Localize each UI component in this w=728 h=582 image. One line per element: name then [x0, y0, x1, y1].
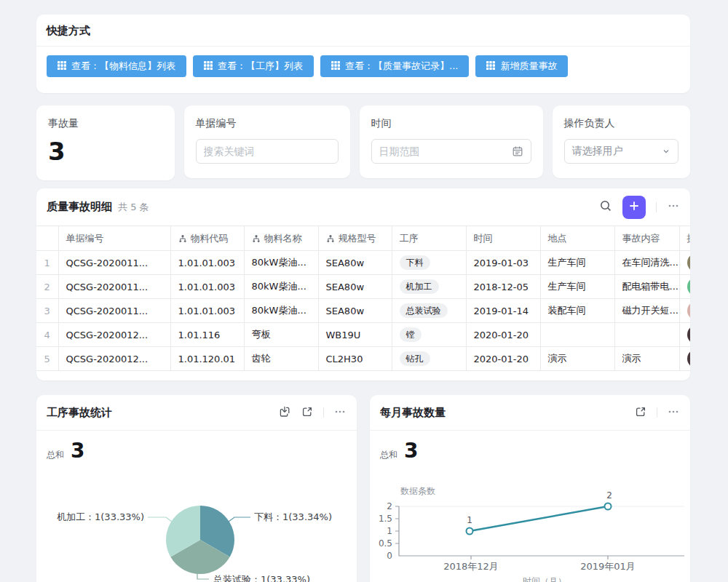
doc-no-search-input[interactable]: [204, 146, 331, 157]
operator-select-placeholder: 请选择用户: [572, 145, 657, 158]
grid-icon: [331, 61, 340, 72]
table-row[interactable]: 5 QCSG-2020012... 1.01.120.01 齿轮 CL2H30 …: [36, 347, 690, 371]
y-tick: 1.5: [379, 514, 392, 524]
line-total-label: 总和: [380, 449, 397, 461]
table-more-button[interactable]: [667, 199, 680, 215]
pie-label-zongzhuang: 总装试验：1(33.33%): [213, 574, 310, 582]
col-place: 地点: [540, 226, 614, 251]
pie-chart: 机加工：1(33.33%) 下料：1(33.34%) 总装试验：1(33.33%…: [36, 491, 357, 582]
pie-card-title: 工序事故统计: [47, 406, 112, 420]
process-tag: 下料: [400, 255, 430, 270]
avatar: [687, 277, 691, 296]
col-time: 时间: [466, 226, 540, 251]
more-icon: [333, 405, 347, 420]
point-value: 1: [467, 515, 472, 525]
quality-incident-table-card: 质量事故明细 共 5 条 单据编号 物料代码 物料名称 规格型号 工序 时间 地…: [36, 188, 690, 380]
expand-button[interactable]: [301, 405, 314, 420]
col-material-code: 物料代码: [170, 226, 244, 251]
incident-count-value: 3: [48, 137, 163, 166]
operator-select[interactable]: 请选择用户: [564, 139, 679, 164]
table-title: 质量事故明细: [47, 200, 112, 214]
avatar: [687, 325, 691, 344]
data-point[interactable]: [467, 528, 473, 535]
grid-icon: [58, 61, 66, 72]
process-tag: 机加工: [400, 279, 439, 294]
expand-icon: [634, 405, 647, 420]
search-icon: [599, 199, 612, 215]
col-doc-no: 单据编号: [58, 226, 170, 251]
data-line: [470, 506, 608, 531]
add-quality-incident-button[interactable]: 新增质量事故: [475, 55, 568, 77]
table-row[interactable]: 3 QCSG-2020011... 1.01.01.003 80kW柴油... …: [36, 299, 690, 323]
calendar-icon[interactable]: [512, 146, 523, 157]
date-range-input[interactable]: [379, 146, 506, 157]
shortcuts-title: 快捷方式: [47, 24, 90, 38]
export-button[interactable]: [278, 405, 291, 420]
button-label: 查看：【物料信息】列表: [71, 60, 175, 73]
data-point[interactable]: [605, 503, 612, 510]
filter-row: 事故量 3 单据编号 时间 操作负责人 请选择用户: [36, 105, 690, 180]
row-number-header: [36, 226, 58, 251]
expand-button[interactable]: [634, 405, 647, 420]
doc-no-filter-card: 单据编号: [184, 105, 350, 178]
expand-icon: [301, 405, 314, 420]
incident-count-card: 事故量 3: [36, 105, 175, 180]
relation-icon: [326, 234, 335, 243]
process-tag: 总装试验: [400, 303, 448, 318]
table-record-count: 共 5 条: [118, 201, 149, 214]
relation-icon: [178, 234, 187, 243]
x-tick: 2018年12月: [443, 561, 499, 572]
date-range-field: [371, 139, 531, 164]
table-row[interactable]: 1 QCSG-2020011... 1.01.01.003 80kW柴油... …: [36, 251, 690, 275]
chevron-down-icon: [662, 147, 670, 156]
col-content: 事故内容: [614, 226, 679, 251]
search-button[interactable]: [599, 199, 612, 215]
process-incident-stats-card: 工序事故统计 总和 3 机加工：1(33.33%) 下料：1(33.34%) 总…: [36, 395, 357, 582]
button-label: 查看：【工序】列表: [218, 60, 303, 73]
grid-icon: [486, 61, 495, 72]
avatar: [687, 301, 691, 320]
pie-label-jijiagong: 机加工：1(33.33%): [57, 511, 144, 522]
pie-more-button[interactable]: [333, 405, 347, 420]
monthly-incident-count-card: 每月事故数量 总和 3 数据条数 2 1.5 1 0.5 0 1 2 2018年…: [370, 395, 690, 582]
pie-total-value: 3: [71, 439, 84, 463]
view-process-list-button[interactable]: 查看：【工序】列表: [193, 55, 314, 77]
line-total-value: 3: [404, 439, 418, 463]
time-filter-card: 时间: [360, 105, 543, 178]
y-tick: 2: [387, 501, 392, 511]
pie-label-xialiao: 下料：1(33.34%): [254, 511, 332, 522]
operator-filter-card: 操作负责人 请选择用户: [553, 105, 691, 178]
doc-no-search-field: [196, 139, 339, 164]
shortcut-buttons: 查看：【物料信息】列表 查看：【工序】列表 查看：【质量事故记录】... 新增质…: [36, 47, 690, 77]
line-more-button[interactable]: [667, 405, 680, 420]
avatar: [687, 349, 691, 368]
doc-no-filter-label: 单据编号: [196, 117, 339, 130]
plus-icon: [628, 200, 640, 214]
operator-filter-label: 操作负责人: [564, 117, 679, 130]
view-quality-records-button[interactable]: 查看：【质量事故记录】...: [320, 55, 469, 77]
pie-total-label: 总和: [47, 449, 64, 461]
table-row[interactable]: 4 QCSG-2020012... 1.01.116 弯板 WB19U 镗 20…: [36, 323, 690, 347]
point-value: 2: [606, 490, 612, 501]
col-spec: 规格型号: [318, 226, 392, 251]
button-label: 查看：【质量事故记录】...: [345, 60, 458, 73]
line-card-title: 每月事故数量: [380, 406, 446, 420]
button-label: 新增质量事故: [500, 60, 557, 73]
x-axis-title: 时间（月）: [523, 576, 566, 582]
col-operator: 操作负责人: [679, 226, 690, 251]
add-record-button[interactable]: [622, 196, 646, 219]
more-icon: [667, 405, 680, 420]
col-material-name: 物料名称: [244, 226, 318, 251]
divider: [656, 202, 657, 212]
grid-icon: [204, 61, 213, 72]
view-material-info-button[interactable]: 查看：【物料信息】列表: [47, 55, 186, 77]
table-row[interactable]: 2 QCSG-2020011... 1.01.01.003 80kW柴油... …: [36, 275, 690, 299]
y-axis-title: 数据条数: [400, 486, 435, 496]
time-filter-label: 时间: [371, 117, 531, 130]
col-process: 工序: [392, 226, 466, 251]
y-tick: 1: [387, 526, 392, 536]
y-tick: 0: [387, 551, 392, 561]
export-icon: [278, 405, 291, 420]
quality-incident-table: 单据编号 物料代码 物料名称 规格型号 工序 时间 地点 事故内容 操作负责人 …: [36, 226, 690, 371]
table-header-row: 单据编号 物料代码 物料名称 规格型号 工序 时间 地点 事故内容 操作负责人: [36, 226, 690, 251]
